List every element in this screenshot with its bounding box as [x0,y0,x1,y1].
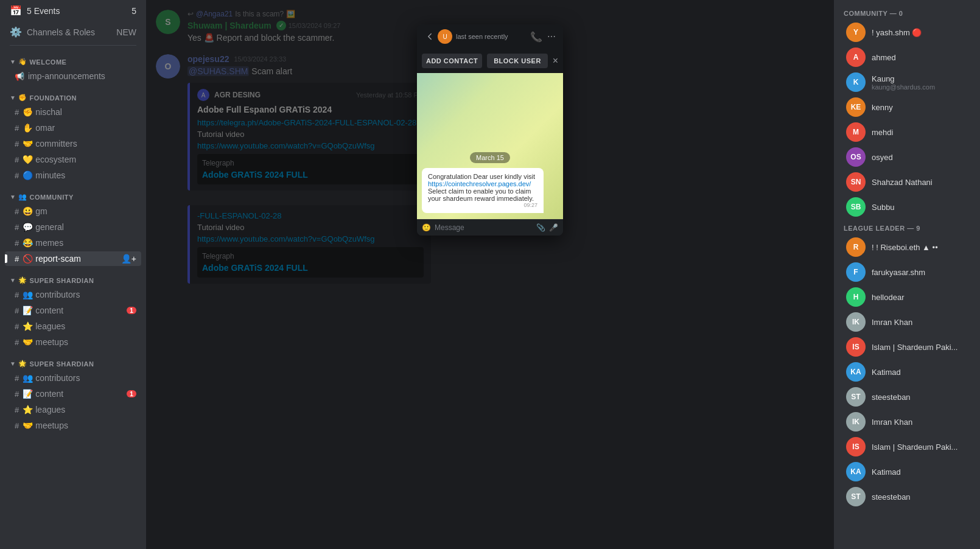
rs-member-mehdi[interactable]: M mehdi [839,120,975,144]
popup-phone-icon[interactable]: 📞 [530,31,542,43]
rs-member-name: Imran Khan [872,318,968,327]
sidebar-item-nischal[interactable]: # ✊ nischal [5,105,141,119]
block-user-button[interactable]: BLOCK USER [487,54,547,68]
channel-name: contributors [35,373,80,383]
star-icon-2: 🌟 [18,360,27,368]
sidebar-item-minutes[interactable]: # 🔵 minutes [5,168,141,183]
channel-name: minutes [35,170,65,180]
sidebar-item-content-2[interactable]: # 📝 content 1 [5,386,141,401]
rs-member-yash[interactable]: Y ! yash.shm 🔴 [839,20,975,44]
channel-name: ecosystem [35,155,76,164]
section-welcome[interactable]: ▼ 👋 WELCOME [0,48,146,68]
rs-member-info: Imran Khan [872,318,968,327]
rs-member-hellodear[interactable]: H hellodear [839,285,975,309]
rs-member-steesteban-2[interactable]: ST steesteban [839,484,975,509]
rs-member-name: hellodear [872,293,968,302]
popup-message-time: 09:27 [428,202,537,208]
channel-name: report-scam [35,254,81,264]
rs-member-riseboi[interactable]: R ! ! Riseboi.eth ▲ •• [839,235,975,259]
rs-member-subbu[interactable]: SB Subbu [839,195,975,219]
avatar: ST [846,387,866,407]
channel-name: content [35,389,63,399]
popup-actions: ADD CONTACT BLOCK USER × [417,49,563,73]
mic-icon: 🎤 [549,223,558,232]
emoji-icon: ⭐ [23,321,33,331]
rs-member-islam-1[interactable]: IS Islam | Shardeum Paki... [839,335,975,359]
sidebar-item-general[interactable]: # 💬 general [5,220,141,234]
channel-name: omar [35,123,55,133]
sidebar-item-leagues-1[interactable]: # ⭐ leagues [5,319,141,334]
sidebar-item-committers[interactable]: # 🤝 committers [5,136,141,151]
avatar: IK [846,312,866,332]
section-super-shardian-1[interactable]: ▼ 🌟 SUPER SHARDIAN [0,267,146,287]
events-badge: 5 [131,6,136,16]
avatar: KA [846,462,866,481]
avatar: M [846,122,866,142]
rs-member-shahzad[interactable]: SN Shahzad Nathani [839,170,975,194]
emoji-icon: 📝 [23,306,33,315]
popup-close-button[interactable]: × [553,54,558,68]
online-indicator [862,253,866,257]
divider [10,45,136,46]
emoji-icon: 💬 [23,222,33,232]
sidebar-item-contributors-1[interactable]: # 👥 contributors [5,287,141,302]
rs-member-info: mehdi [872,128,968,137]
sidebar-item-memes[interactable]: # 😂 memes [5,236,141,250]
welcome-icon: 👋 [18,58,27,66]
rs-member-imran-1[interactable]: IK Imran Khan [839,310,975,334]
rs-member-name: mehdi [872,128,968,137]
rs-member-kenny[interactable]: KE kenny [839,95,975,119]
rs-member-farukyasar[interactable]: F farukyasar.shm [839,260,975,284]
avatar: OS [846,147,866,167]
rs-member-katimad-1[interactable]: KA Katimad [839,360,975,384]
rs-member-name: Islam | Shardeum Paki... [872,442,968,452]
sidebar-item-contributors-2[interactable]: # 👥 contributors [5,371,141,385]
community-label: COMMUNITY [29,194,73,201]
super-shardian-label-2: SUPER SHARDIAN [29,360,94,368]
popup-more-icon[interactable]: ⋯ [547,32,556,41]
sidebar-item-gm[interactable]: # 😀 gm [5,204,141,219]
rs-member-katimad-2[interactable]: KA Katimad [839,460,975,484]
sidebar-item-leagues-2[interactable]: # ⭐ leagues [5,402,141,417]
rs-member-imran-2[interactable]: IK Imran Khan [839,410,975,434]
rs-member-kaung[interactable]: K Kaung kaung@shardus.com [839,70,975,94]
emoji-icon: 😀 [23,206,33,216]
rs-member-ahmed[interactable]: A ahmed [839,45,975,69]
channel-name: content [35,306,63,315]
section-super-shardian-2[interactable]: ▼ 🌟 SUPER SHARDIAN [0,350,146,370]
rs-member-osyed[interactable]: OS osyed [839,145,975,169]
channel-name: meetups [35,421,68,430]
rs-member-islam-2[interactable]: IS Islam | Shardeum Paki... [839,435,975,459]
add-contact-button[interactable]: ADD CONTACT [422,54,482,68]
emoji-icon: 🤝 [23,139,33,149]
sidebar-item-meetups-1[interactable]: # 🤝 meetups [5,335,141,349]
sidebar-item-meetups-2[interactable]: # 🤝 meetups [5,418,141,433]
sidebar-item-report-scam[interactable]: # 🚫 report-scam 👤+ [5,251,141,266]
channels-roles-item[interactable]: ⚙️ Channels & Roles NEW [0,21,146,43]
hash-icon: # [15,421,19,430]
rs-member-info: Katimad [872,467,968,477]
hash-icon: # [15,207,19,216]
sidebar-item-ecosystem[interactable]: # 💛 ecosystem [5,152,141,167]
channel-name: contributors [35,290,80,299]
sidebar-item-omar[interactable]: # ✋ omar [5,121,141,135]
popup-link[interactable]: https://cointechresolver.pages.dev/ [428,180,531,187]
avatar: SB [846,197,866,217]
section-community[interactable]: ▼ 👥 COMMUNITY [0,183,146,203]
popup-message-input[interactable]: 🙂 Message 📎 🎤 [417,219,563,236]
hash-icon: # [15,306,19,315]
rs-member-name: Shahzad Nathani [872,178,968,187]
rs-member-info: kenny [872,103,968,112]
input-placeholder-text: Message [435,223,536,232]
events-item[interactable]: 📅 5 Events 5 [0,0,146,21]
popup-overlay[interactable]: U last seen recently 📞 ⋯ ADD CONTACT BLO… [146,0,834,549]
sidebar-item-imp-announcements[interactable]: 📢 imp-announcements [5,69,141,83]
emoji-icon: 🚫 [23,254,33,264]
sidebar-item-content-1[interactable]: # 📝 content 1 [5,303,141,318]
rs-member-name: Islam | Shardeum Paki... [872,343,968,352]
emoji-icon: 📝 [23,389,33,399]
rs-member-steesteban-1[interactable]: ST steesteban [839,385,975,409]
rs-member-name: farukyasar.shm [872,268,968,277]
section-foundation[interactable]: ▼ ✊ FOUNDATION [0,84,146,104]
community-icon: 👥 [18,193,27,201]
